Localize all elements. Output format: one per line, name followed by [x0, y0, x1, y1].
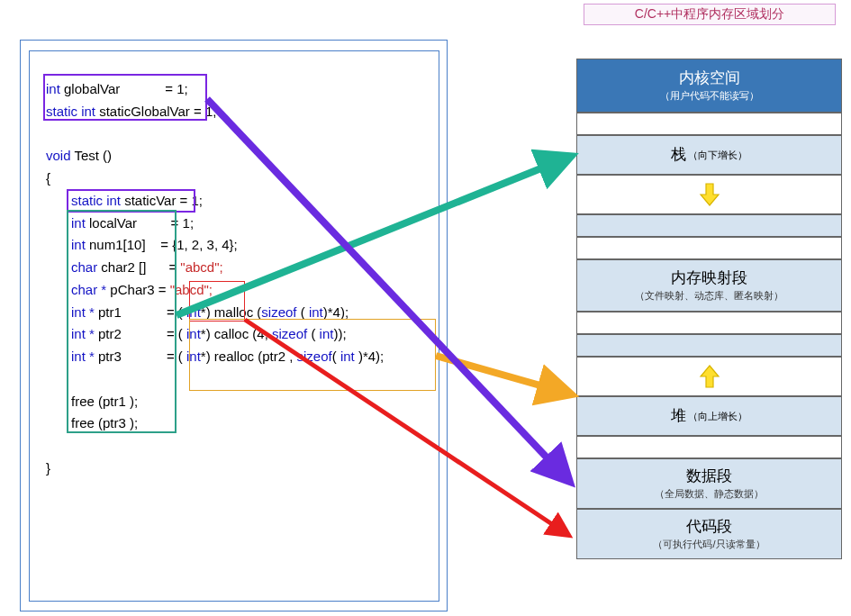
- code-blank-1: [46, 123, 422, 146]
- code-line-4: void Test (): [46, 145, 422, 168]
- code-blank-2: [46, 368, 422, 391]
- code-line-15: free (ptr1 );: [71, 391, 422, 413]
- code-line-7: int localVar = 1;: [71, 213, 422, 235]
- mem-gap-3: [576, 237, 842, 259]
- code-block: int globalVar = 1; static int staticGlob…: [29, 50, 439, 602]
- code-line-13: int * ptr3 = ( int*) realloc (ptr2 , siz…: [71, 346, 422, 368]
- mem-gap-4: [576, 312, 842, 334]
- code-line-11: int * ptr1 = ( int*) malloc (sizeof ( in…: [71, 302, 422, 324]
- arrow-heap: [436, 356, 566, 393]
- mem-heap: 堆（向上增长）: [576, 396, 842, 436]
- arrow-down-icon: [699, 182, 720, 207]
- mem-stack: 栈（向下增长）: [576, 135, 842, 175]
- diagram-title: C/C++中程序内存区域划分: [584, 4, 836, 25]
- mem-mmap: 内存映射段 （文件映射、动态库、匿名映射）: [576, 259, 842, 312]
- mem-heap-growth: [576, 357, 842, 396]
- mem-data: 数据段 （全局数据、静态数据）: [576, 458, 842, 509]
- code-line-9: char char2 [] = "abcd";: [71, 257, 422, 279]
- code-line-5: {: [46, 168, 422, 190]
- code-line-6: static int staticVar = 1;: [71, 190, 422, 213]
- mem-gap-6: [576, 436, 842, 458]
- mem-gap-2: [576, 214, 842, 237]
- code-line-12: int * ptr2 = ( int*) calloc (4, sizeof (…: [71, 323, 422, 346]
- mem-kernel: 内核空间 （用户代码不能读写）: [576, 59, 842, 113]
- code-line-1: int globalVar = 1;: [46, 78, 422, 101]
- code-line-10: char * pChar3 = "abcd";: [71, 279, 422, 302]
- mem-code: 代码段 （可执行代码/只读常量）: [576, 509, 842, 559]
- mem-gap-1: [576, 113, 842, 135]
- code-blank-3: [46, 435, 422, 457]
- mem-gap-5: [576, 334, 842, 357]
- mem-stack-growth: [576, 175, 842, 214]
- code-line-18: }: [46, 457, 422, 480]
- code-line-16: free (ptr3 );: [71, 412, 422, 435]
- code-line-8: int num1[10] = {1, 2, 3, 4};: [71, 234, 422, 257]
- code-line-2: static int staticGlobalVar = 1;: [46, 101, 422, 123]
- arrow-up-icon: [699, 364, 720, 389]
